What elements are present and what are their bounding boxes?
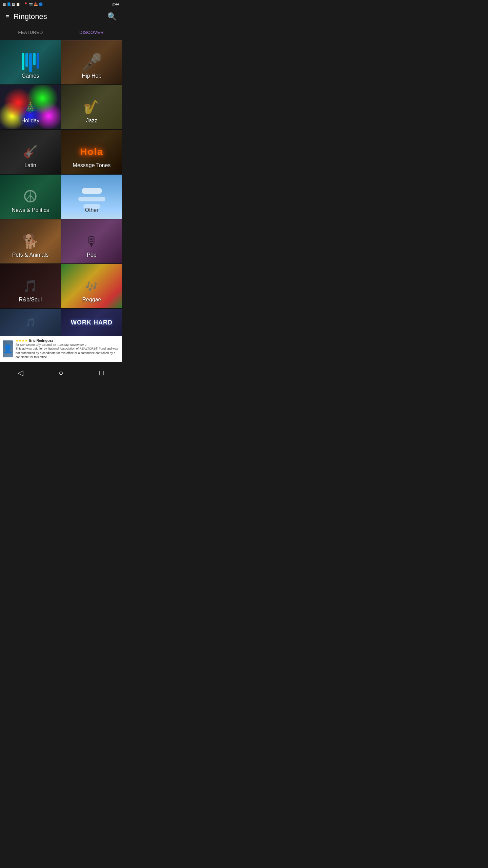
list-item[interactable]: 🎶 Reggae (61, 264, 122, 308)
recents-button[interactable]: □ (95, 366, 108, 380)
list-item[interactable]: Games (0, 40, 61, 84)
ad-banner[interactable]: 👤 ★★★★ Eric Rodriguez for San Mateo City… (0, 336, 122, 362)
navigation-bar: ◁ ○ □ (0, 362, 122, 384)
pets-decoration: 🐕 (22, 234, 39, 250)
rnb-decoration: 🎵 (23, 279, 38, 293)
category-label: Latin (0, 162, 61, 169)
search-icon[interactable]: 🔍 (107, 12, 117, 21)
tab-discover[interactable]: DISCOVER (61, 25, 122, 40)
category-label: Games (0, 73, 61, 79)
games-decoration (18, 50, 43, 75)
tab-bar: FEATURED DISCOVER (0, 25, 122, 40)
list-item[interactable]: 🎤 Hip Hop (61, 40, 122, 84)
back-icon: ◁ (18, 369, 23, 377)
menu-icon[interactable]: ≡ (5, 13, 9, 21)
app-header: ≡ Ringtones 🔍 (0, 8, 122, 25)
list-item[interactable]: 🎵 R&b/Soul (0, 264, 61, 308)
bottom2-decoration: WORK HARD (71, 319, 113, 326)
page-title: Ringtones (14, 12, 103, 21)
category-label: Pop (61, 252, 122, 258)
pop-decoration: 🎙 (85, 234, 99, 249)
holiday-decoration: 🎄 (24, 101, 37, 113)
messagetones-decoration: Hola (80, 146, 103, 157)
reggae-decoration: 🎶 (85, 280, 98, 292)
home-button[interactable]: ○ (54, 366, 68, 380)
list-item[interactable]: 🎄 Holiday (0, 85, 61, 129)
list-item[interactable]: 🎙 Pop (61, 219, 122, 263)
category-grid: Games 🎤 Hip Hop 🎄 Holiday 🎷 Jazz 🎸 Latin… (0, 40, 122, 336)
category-label: Message Tones (61, 162, 122, 169)
bottom1-decoration: 🎵 (25, 318, 36, 327)
category-label: Other (61, 207, 122, 213)
ad-content: ★★★★ Eric Rodriguez for San Mateo City C… (16, 339, 119, 359)
ad-name: Eric Rodriguez (29, 339, 53, 342)
latin-decoration: 🎸 (23, 145, 38, 159)
jazz-decoration: 🎷 (83, 99, 100, 115)
list-item[interactable]: 🎷 Jazz (61, 85, 122, 129)
list-item[interactable]: Hola Message Tones (61, 130, 122, 174)
list-item[interactable]: 🐕 Pets & Animals (0, 219, 61, 263)
status-icons-right: 2:44 (112, 2, 119, 6)
category-label: R&b/Soul (0, 297, 61, 303)
status-time: 2:44 (112, 2, 119, 6)
category-label: Jazz (61, 118, 122, 124)
category-label: Reggae (61, 297, 122, 303)
list-item[interactable]: ☮ News & Politics (0, 175, 61, 219)
category-label: Hip Hop (61, 73, 122, 79)
tab-featured[interactable]: FEATURED (0, 25, 61, 40)
status-icons-left: ▦ 📘 🖼 📋 ↑ 📍 📷 📥 🔵 (3, 2, 43, 6)
list-item[interactable]: 🎸 Latin (0, 130, 61, 174)
list-item[interactable]: Other (61, 175, 122, 219)
newspolitics-decoration: ☮ (23, 187, 38, 206)
hiphop-decoration: 🎤 (81, 53, 102, 72)
ad-subtitle: for San Mateo City Council on Tuesday, N… (16, 343, 119, 347)
home-icon: ○ (59, 369, 63, 377)
list-item[interactable]: 🎵 (0, 309, 61, 336)
ad-disclaimer: This ad was paid for by National Associa… (16, 347, 119, 359)
category-label: Holiday (0, 118, 61, 124)
category-label: Pets & Animals (0, 252, 61, 258)
status-bar: ▦ 📘 🖼 📋 ↑ 📍 📷 📥 🔵 2:44 (0, 0, 122, 8)
other-decoration (78, 184, 105, 209)
list-item[interactable]: WORK HARD (61, 309, 122, 336)
recents-icon: □ (99, 369, 104, 377)
ad-photo: 👤 (3, 340, 13, 357)
category-label: News & Politics (0, 207, 61, 213)
back-button[interactable]: ◁ (14, 366, 27, 380)
ad-stars: ★★★★ (16, 339, 28, 342)
